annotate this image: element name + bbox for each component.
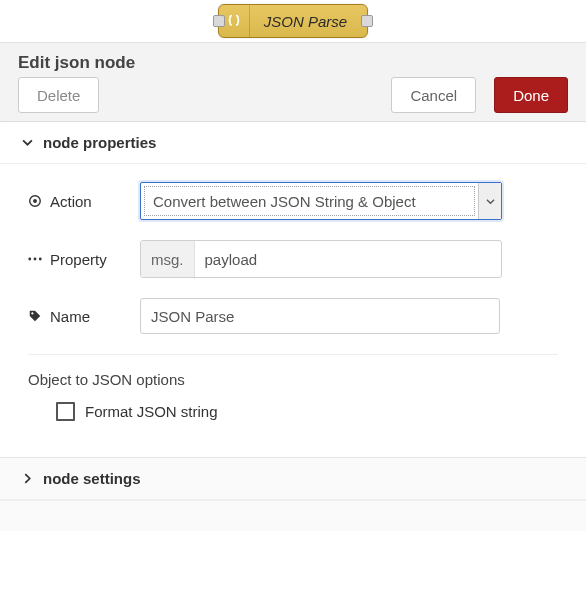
delete-button[interactable]: Delete [18, 77, 99, 113]
action-select-caret[interactable] [478, 183, 501, 219]
node-input-port[interactable] [213, 15, 225, 27]
target-icon [28, 194, 42, 208]
divider [28, 354, 558, 355]
property-label: Property [28, 251, 140, 268]
format-json-label: Format JSON string [85, 403, 218, 420]
svg-point-5 [31, 312, 33, 314]
svg-point-1 [33, 199, 37, 203]
tag-icon [28, 309, 42, 323]
property-type-prefix[interactable]: msg. [141, 241, 195, 277]
node-chip-label: JSON Parse [250, 13, 367, 30]
property-value-input[interactable] [195, 241, 501, 277]
section-toggle-properties[interactable]: node properties [0, 122, 586, 164]
property-input[interactable]: msg. [140, 240, 502, 278]
action-label: Action [28, 193, 140, 210]
svg-point-2 [28, 258, 31, 261]
node-chip[interactable]: JSON Parse [218, 4, 368, 38]
done-button[interactable]: Done [494, 77, 568, 113]
chevron-down-icon [486, 197, 495, 206]
options-heading: Object to JSON options [28, 371, 558, 388]
format-json-checkbox[interactable] [56, 402, 75, 421]
panel-tail [0, 500, 586, 531]
panel-title: Edit json node [18, 53, 568, 73]
action-select[interactable]: Convert between JSON String & Object [140, 182, 502, 220]
panel-header: Edit json node Delete Cancel Done [0, 43, 586, 122]
chevron-down-icon [22, 137, 33, 148]
name-input[interactable] [140, 298, 500, 334]
cancel-button[interactable]: Cancel [391, 77, 476, 113]
section-title-properties: node properties [43, 134, 156, 151]
svg-point-3 [34, 258, 37, 261]
ellipsis-icon [28, 252, 42, 266]
section-title-settings: node settings [43, 470, 141, 487]
section-body-properties: Action Convert between JSON String & Obj… [0, 164, 586, 457]
name-label: Name [28, 308, 140, 325]
action-select-value: Convert between JSON String & Object [144, 186, 475, 216]
section-toggle-settings[interactable]: node settings [0, 457, 586, 500]
chevron-right-icon [22, 473, 33, 484]
node-output-port[interactable] [361, 15, 373, 27]
svg-point-4 [39, 258, 42, 261]
